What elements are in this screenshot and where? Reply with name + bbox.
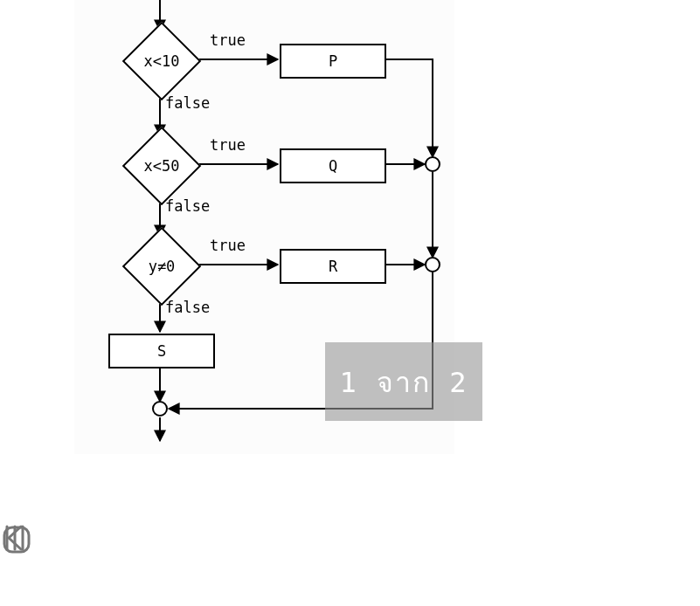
process-q-label: Q <box>329 157 337 175</box>
process-s: S <box>108 334 215 368</box>
back-icon <box>0 523 30 553</box>
decision-3-cond: y≠0 <box>149 258 176 275</box>
merge-node-bottom <box>152 401 168 417</box>
merge-node-1 <box>425 156 440 172</box>
decision-2-true-label: true <box>210 136 246 154</box>
process-r-label: R <box>329 258 337 275</box>
home-button[interactable] <box>324 539 377 591</box>
recent-apps-button[interactable] <box>91 539 143 591</box>
decision-1-false-label: false <box>165 94 210 112</box>
decision-3-false-label: false <box>165 299 210 316</box>
decision-3-true-label: true <box>210 237 246 254</box>
android-nav-bar <box>0 523 700 606</box>
decision-2-false-label: false <box>165 197 210 215</box>
merge-node-2 <box>425 257 440 272</box>
process-p: P <box>280 44 386 79</box>
page-indicator-text: 1 จาก 2 <box>339 360 468 404</box>
page-indicator-overlay: 1 จาก 2 <box>325 342 482 421</box>
screen: x<10 true false P x<50 true false Q y≠0 … <box>0 0 700 606</box>
process-q: Q <box>280 148 386 183</box>
decision-2-cond: x<50 <box>144 157 180 175</box>
process-s-label: S <box>157 342 166 360</box>
process-r: R <box>280 249 386 284</box>
decision-1-true-label: true <box>210 31 246 49</box>
process-p-label: P <box>329 52 337 70</box>
decision-1-cond: x<10 <box>144 52 180 70</box>
back-button[interactable] <box>558 539 610 591</box>
